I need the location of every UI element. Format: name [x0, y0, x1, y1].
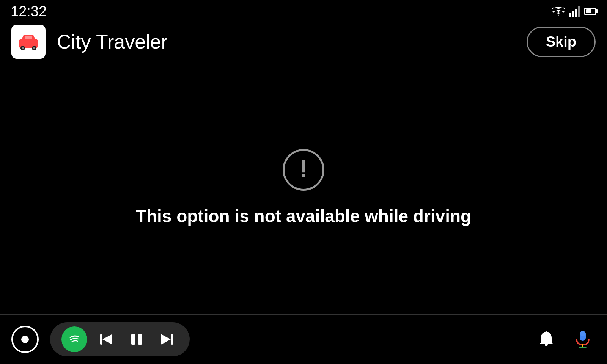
wifi-icon	[552, 6, 565, 17]
prev-button[interactable]	[95, 328, 118, 351]
media-controls-pill	[50, 322, 190, 356]
main-content: ! This option is not available while dri…	[0, 61, 607, 315]
svg-rect-9	[25, 36, 32, 39]
home-button[interactable]	[11, 326, 39, 353]
car-icon	[17, 32, 40, 51]
driving-message: This option is not available while drivi…	[136, 206, 471, 226]
spotify-button[interactable]	[61, 326, 87, 352]
svg-marker-12	[102, 334, 112, 345]
svg-point-10	[66, 331, 82, 347]
svg-rect-14	[138, 334, 142, 345]
bottom-bar	[0, 315, 607, 364]
svg-rect-2	[575, 9, 577, 17]
prev-icon	[98, 331, 115, 348]
home-dot-icon	[21, 336, 29, 343]
svg-point-6	[22, 47, 24, 49]
signal-icon	[569, 6, 580, 17]
svg-rect-1	[572, 11, 574, 17]
svg-rect-0	[569, 13, 571, 17]
skip-button[interactable]: Skip	[527, 27, 596, 57]
app-header: City Traveler Skip	[0, 23, 607, 61]
status-icons	[552, 6, 596, 17]
svg-rect-13	[131, 334, 135, 345]
svg-marker-16	[161, 334, 171, 345]
mic-button[interactable]	[570, 326, 596, 352]
battery-icon	[584, 8, 596, 15]
app-title: City Traveler	[57, 30, 168, 53]
svg-rect-21	[580, 331, 586, 336]
svg-point-8	[33, 47, 35, 49]
mic-icon	[573, 329, 593, 349]
app-icon-container	[11, 25, 46, 59]
svg-rect-11	[100, 334, 102, 345]
status-bar: 12:32	[0, 0, 607, 23]
next-button[interactable]	[156, 328, 178, 351]
spotify-icon	[66, 331, 82, 347]
warning-circle: !	[283, 149, 324, 191]
svg-rect-3	[578, 6, 580, 17]
bell-icon	[536, 329, 556, 349]
pause-icon	[128, 331, 145, 348]
svg-point-17	[545, 331, 547, 334]
status-time: 12:32	[11, 3, 47, 20]
bell-button[interactable]	[533, 326, 559, 352]
svg-rect-15	[171, 334, 173, 345]
pause-button[interactable]	[125, 328, 148, 351]
next-icon	[159, 331, 175, 348]
exclamation-mark: !	[299, 157, 307, 181]
right-icons	[533, 326, 596, 352]
